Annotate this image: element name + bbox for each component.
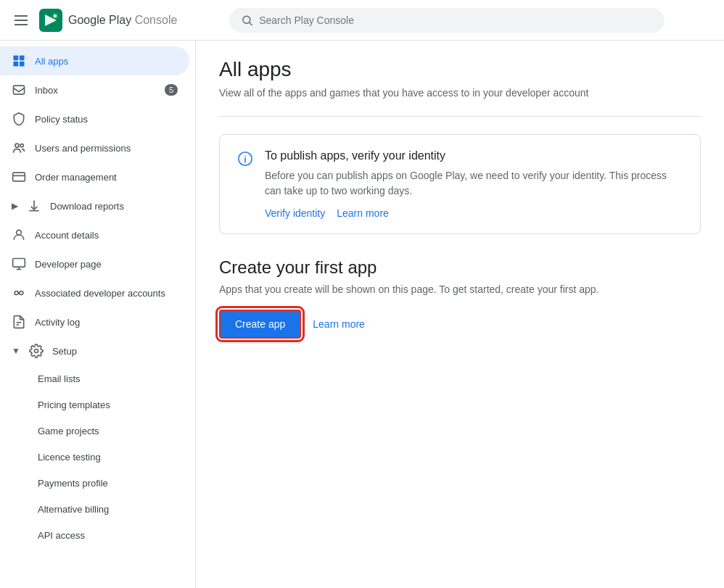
sidebar-item-label: Download reports bbox=[50, 201, 178, 212]
sidebar-item-label: Activity log bbox=[35, 317, 178, 328]
sidebar-item-label: Inbox bbox=[35, 85, 156, 96]
sidebar-item-label: Account details bbox=[35, 230, 178, 241]
sidebar-subitem-email-lists[interactable]: Email lists bbox=[0, 365, 195, 392]
sidebar-subitem-alternative-billing[interactable]: Alternative billing bbox=[0, 496, 195, 522]
person-icon bbox=[12, 228, 26, 242]
main-layout: All apps Inbox 5 Policy status bbox=[0, 41, 724, 588]
info-card-text: Before you can publish apps on Google Pl… bbox=[265, 168, 683, 199]
create-title: Create your first app bbox=[219, 257, 701, 278]
logo-play: Google Play bbox=[68, 14, 131, 26]
info-card-title: To publish apps, verify your identity bbox=[265, 149, 683, 162]
credit-card-icon bbox=[12, 170, 26, 184]
gear-icon bbox=[29, 344, 44, 358]
download-icon bbox=[27, 199, 41, 213]
sidebar-item-setup[interactable]: ▼ Setup bbox=[0, 336, 189, 365]
svg-line-4 bbox=[250, 22, 252, 25]
sidebar-subitem-licence-testing[interactable]: Licence testing bbox=[0, 444, 195, 470]
svg-rect-6 bbox=[20, 56, 25, 61]
inbox-badge: 5 bbox=[165, 84, 178, 96]
main-content: All apps View all of the apps and games … bbox=[196, 41, 724, 588]
sidebar-item-policy[interactable]: Policy status bbox=[0, 104, 189, 133]
svg-rect-5 bbox=[14, 56, 19, 61]
sidebar-item-label: Order management bbox=[35, 172, 178, 183]
sidebar-item-developer-page[interactable]: Developer page bbox=[0, 249, 189, 278]
info-card-links: Verify identity Learn more bbox=[265, 207, 683, 219]
people-icon bbox=[12, 141, 26, 155]
create-learn-more-link[interactable]: Learn more bbox=[313, 318, 365, 330]
sidebar-subitem-payments-profile[interactable]: Payments profile bbox=[0, 470, 195, 496]
sidebar-subitem-pricing-templates[interactable]: Pricing templates bbox=[0, 392, 195, 418]
file-icon bbox=[12, 315, 26, 329]
info-icon bbox=[237, 151, 253, 219]
sidebar-item-activity-log[interactable]: Activity log bbox=[0, 307, 189, 336]
grid-icon bbox=[12, 54, 26, 68]
svg-rect-8 bbox=[20, 62, 25, 67]
verify-identity-link[interactable]: Verify identity bbox=[265, 207, 325, 219]
search-icon bbox=[241, 14, 253, 27]
svg-rect-12 bbox=[13, 173, 25, 181]
sidebar-item-users[interactable]: Users and permissions bbox=[0, 133, 189, 162]
sidebar-item-label: All apps bbox=[35, 56, 178, 67]
sidebar-item-label: Users and permissions bbox=[35, 143, 178, 154]
svg-point-10 bbox=[15, 144, 19, 147]
create-actions: Create app Learn more bbox=[219, 310, 701, 339]
page-subtitle: View all of the apps and games that you … bbox=[219, 87, 701, 99]
shield-icon bbox=[12, 112, 26, 126]
svg-point-2 bbox=[54, 15, 57, 17]
page-title: All apps bbox=[219, 58, 701, 81]
svg-point-20 bbox=[20, 291, 23, 295]
svg-point-11 bbox=[20, 144, 23, 147]
sidebar-subitem-game-projects[interactable]: Game projects bbox=[0, 418, 195, 444]
expand-arrow-down-icon: ▼ bbox=[12, 346, 20, 356]
sidebar-item-inbox[interactable]: Inbox 5 bbox=[0, 75, 189, 104]
logo-area: Google Play Console bbox=[39, 9, 221, 32]
divider bbox=[219, 116, 701, 117]
create-text: Apps that you create will be shown on th… bbox=[219, 283, 701, 295]
sidebar-item-label: Setup bbox=[52, 346, 178, 357]
sidebar-item-label: Associated developer accounts bbox=[35, 288, 178, 299]
info-card: To publish apps, verify your identity Be… bbox=[219, 134, 701, 234]
sidebar-item-label: Developer page bbox=[35, 259, 178, 270]
svg-point-24 bbox=[34, 349, 38, 353]
search-input[interactable] bbox=[259, 15, 653, 26]
sidebar-subitem-api-access[interactable]: API access bbox=[0, 522, 195, 548]
svg-rect-7 bbox=[14, 62, 19, 67]
info-card-body: To publish apps, verify your identity Be… bbox=[265, 149, 683, 219]
sidebar: All apps Inbox 5 Policy status bbox=[0, 41, 196, 588]
logo-icon bbox=[39, 9, 62, 32]
sidebar-item-all-apps[interactable]: All apps bbox=[0, 46, 189, 75]
logo-text: Google Play Console bbox=[68, 14, 177, 27]
create-app-button[interactable]: Create app bbox=[219, 310, 301, 339]
logo-console: Console bbox=[135, 14, 178, 26]
svg-point-15 bbox=[17, 230, 22, 235]
inbox-icon bbox=[12, 83, 26, 97]
sidebar-item-account[interactable]: Account details bbox=[0, 220, 189, 249]
sidebar-item-download-reports[interactable]: ▶ Download reports bbox=[0, 191, 189, 220]
learn-more-link[interactable]: Learn more bbox=[337, 207, 389, 219]
svg-rect-16 bbox=[13, 259, 25, 268]
svg-point-19 bbox=[15, 291, 18, 295]
sidebar-item-orders[interactable]: Order management bbox=[0, 162, 189, 191]
create-app-section: Create your first app Apps that you crea… bbox=[219, 257, 701, 339]
link-icon bbox=[12, 286, 26, 300]
monitor-icon bbox=[12, 257, 26, 271]
search-bar[interactable] bbox=[229, 8, 665, 33]
sidebar-item-associated-dev[interactable]: Associated developer accounts bbox=[0, 278, 189, 307]
svg-point-27 bbox=[244, 155, 246, 157]
expand-arrow-right-icon: ▶ bbox=[12, 201, 18, 211]
menu-button[interactable] bbox=[12, 12, 30, 28]
sidebar-item-label: Policy status bbox=[35, 114, 178, 125]
topbar: Google Play Console bbox=[0, 0, 724, 41]
